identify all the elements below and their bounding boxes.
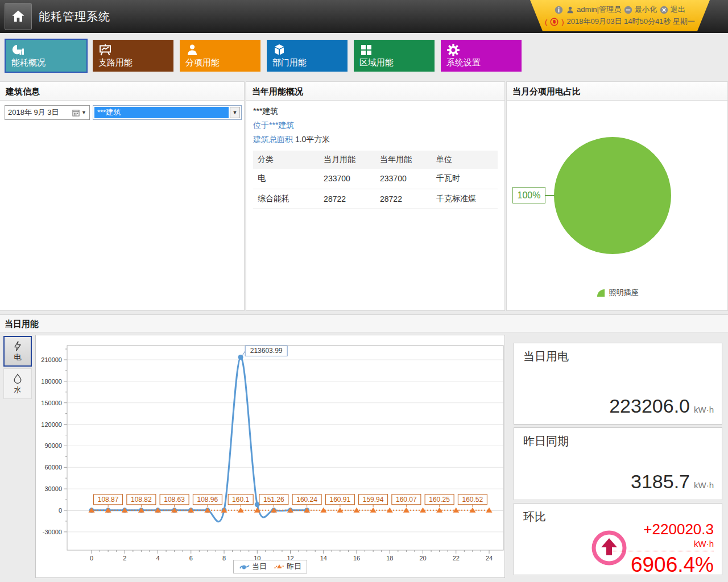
cell: 233700 [319,169,375,189]
minimize-icon [624,6,632,14]
user-badge: admin|管理员 最小化 退出 ( ) 2018年09月03日 14时50分4 [530,0,710,31]
svg-text:159.94: 159.94 [363,496,384,504]
svg-text:160.24: 160.24 [296,496,317,504]
svg-text:150000: 150000 [41,400,62,406]
nav-tab-energy-overview[interactable]: 能耗概况 [6,40,86,72]
svg-text:60000: 60000 [44,464,62,471]
yesterday-series-icon [274,563,285,571]
line-chart: -300000300006000090000120000150000180000… [36,335,504,577]
pie-label-connector [545,195,555,196]
legend-today-label: 当日 [252,562,267,572]
user-menu[interactable]: admin|管理员 [566,5,621,15]
svg-text:160.07: 160.07 [396,496,417,504]
ratio-unit: kW·h [606,539,714,548]
close-icon [660,6,668,14]
svg-text:160.25: 160.25 [429,496,450,504]
panel-title: 当月分项用电占比 [507,82,727,101]
home-icon [10,9,26,24]
nav-tab-label: 分项用能 [185,57,220,68]
legend-yesterday[interactable]: 昨日 [274,562,301,572]
ratio-percent-value: 6906.4% [606,553,714,577]
pie-legend[interactable]: 照明插座 [507,288,727,298]
energy-type-toggle: 电 水 [3,336,32,401]
svg-text:6: 6 [189,555,193,562]
nav-tab-label: 区域用能 [359,57,394,68]
date-picker[interactable]: 2018年 9月 3日 ▼ [5,105,90,120]
card-title: 当日用电 [523,349,569,364]
building-select[interactable]: ***建筑 ▼ [93,105,242,120]
panel-title: 建筑信息 [0,82,244,101]
info-icon[interactable] [555,6,563,14]
energy-table: 分类 当月用能 当年用能 单位 电 233700 233700 千瓦时 综合能耗 [253,151,498,209]
svg-text:160.52: 160.52 [462,496,483,504]
yesterday-usage-card: 昨日同期 3185.7 kW·h [514,427,722,500]
svg-text:108.87: 108.87 [98,496,119,504]
person-icon [185,43,199,57]
nav-tab-subitem-energy[interactable]: 分项用能 [180,40,260,72]
pie-wedge-icon [596,288,606,298]
electricity-toggle-button[interactable]: 电 [3,336,32,367]
building-name: ***建筑 [253,106,498,117]
svg-text:20: 20 [419,555,426,562]
alarm-bell-icon[interactable] [550,18,559,26]
grid-icon [359,43,373,57]
pie-panel: 当月分项用电占比 100% 照明插座 [506,81,728,311]
presentation-chart-icon [98,43,112,57]
logout-button[interactable]: 退出 [660,5,685,15]
yesterday-usage-unit: kW·h [694,480,714,490]
cell: 电 [253,169,319,189]
daily-line-chart-panel: -300000300006000090000120000150000180000… [35,335,505,578]
water-drop-icon [12,372,23,385]
svg-text:108.63: 108.63 [164,496,185,504]
col-header: 分类 [253,151,319,169]
today-usage-value: 223206.0 [609,395,690,417]
building-info-panel: 建筑信息 2018年 9月 3日 ▼ ***建筑 ▼ [0,81,245,311]
cell: 233700 [375,169,432,189]
nav-tab-branch-energy[interactable]: 支路用能 [93,40,173,72]
nav-tab-system-settings[interactable]: 系统设置 [441,40,522,72]
pie-legend-label: 照明插座 [609,288,639,298]
svg-text:108.96: 108.96 [197,496,218,504]
svg-text:-30000: -30000 [43,529,62,535]
building-location-link[interactable]: 位于***建筑 [253,120,498,131]
logout-label: 退出 [671,5,685,15]
nav-tab-label: 能耗概况 [11,57,46,68]
pie-bar-chart-icon [11,43,25,57]
cell: 28722 [375,189,432,209]
building-area-link[interactable]: 建筑总面积 [253,135,293,144]
table-row: 综合能耗 28722 28722 千克标准煤 [253,189,498,209]
svg-text:90000: 90000 [44,442,62,449]
user-icon [566,6,574,14]
nav-tab-label: 系统设置 [446,57,481,68]
nav-tab-department-energy[interactable]: 部门用能 [267,40,348,72]
svg-text:22: 22 [453,555,460,562]
svg-text:18: 18 [386,555,393,562]
yesterday-usage-value: 3185.7 [631,471,690,493]
nav-tab-area-energy[interactable]: 区域用能 [354,40,435,72]
daily-energy-title: 当日用能 [0,314,728,332]
svg-text:210000: 210000 [41,356,62,363]
svg-text:30000: 30000 [44,485,62,492]
water-toggle-button[interactable]: 水 [3,368,32,399]
legend-today[interactable]: 当日 [239,562,267,572]
minimize-button[interactable]: 最小化 [624,5,657,15]
svg-text:4: 4 [156,555,159,562]
svg-text:160.91: 160.91 [330,496,351,504]
nav-tab-label: 支路用能 [98,57,133,68]
ratio-delta-value: +220020.3 [606,521,714,538]
cell: 千瓦时 [432,169,498,189]
gear-icon [446,43,460,57]
datetime-label: 2018年09月03日 14时50分41秒 星期一 [567,16,695,27]
col-header: 单位 [432,151,498,169]
svg-text:160.1: 160.1 [232,496,249,504]
pie-chart [507,101,727,310]
svg-text:120000: 120000 [41,421,62,428]
panel-title: 当年用能概况 [246,82,504,101]
chevron-down-icon[interactable]: ▼ [230,107,240,118]
dotted-divider [606,551,714,551]
col-header: 当月用能 [319,151,375,169]
svg-text:0: 0 [90,555,93,562]
svg-text:2: 2 [123,555,126,562]
home-button[interactable] [5,3,32,30]
card-title: 环比 [523,509,546,525]
